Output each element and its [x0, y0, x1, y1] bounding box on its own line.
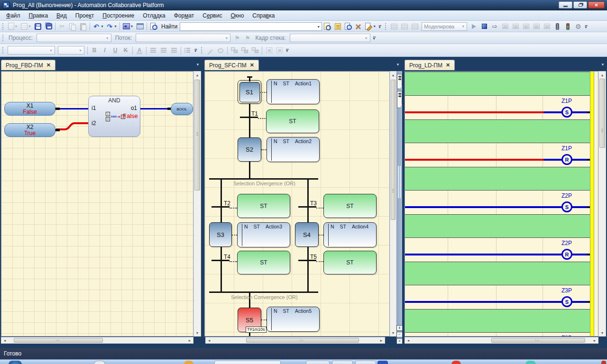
scrollbar-thumb[interactable] — [246, 338, 359, 343]
menu-item-проект[interactable]: Проект — [71, 11, 99, 20]
toolbar-overflow-icon[interactable]: ••▾ — [285, 46, 290, 55]
undo-button[interactable]: ↶▼ — [92, 22, 105, 31]
navigate-backward-button[interactable]: ▼ — [121, 22, 135, 31]
ld-coil-reset[interactable]: R — [561, 249, 572, 260]
edit-script-button[interactable]: ▼ — [364, 22, 377, 31]
toolbar-grip[interactable] — [2, 34, 4, 42]
step-button[interactable]: ⇨ — [489, 22, 500, 31]
taskbar-window-button[interactable] — [355, 361, 376, 364]
search-document-button[interactable] — [343, 22, 353, 31]
sfc-step-s3[interactable]: S3 — [209, 222, 232, 247]
scroll-right-icon[interactable]: ► — [186, 337, 193, 343]
scrollbar-thumb[interactable] — [194, 80, 200, 191]
menu-item-правка[interactable]: Правка — [25, 11, 53, 20]
ld-coil-set[interactable]: S — [561, 296, 572, 307]
tab-list-dropdown-icon[interactable]: ▼ — [601, 63, 605, 67]
toolbar-grip[interactable] — [201, 46, 203, 54]
taskbar-icon[interactable] — [451, 361, 461, 364]
scroll-left-icon[interactable]: ◄ — [1, 337, 8, 343]
ld-wire-left[interactable] — [405, 206, 543, 208]
pen-tool-button[interactable] — [205, 46, 215, 55]
sfc-collapse-all-button[interactable]: « — [396, 338, 403, 344]
sfc-canvas[interactable]: S1 S2 S3 S4 S5 T#1m10s NSTAction1 NSTAct… — [204, 71, 390, 337]
ld-canvas[interactable]: Z1PSZ1PRZ2PSZ2PRZ3PSZ3P — [405, 71, 598, 337]
stack-frame-combo[interactable]: ▼ — [290, 34, 370, 42]
fbd-canvas[interactable]: X1 False X2 True AND i1 i2 o1 1 0 — [1, 71, 193, 337]
font-family-combo[interactable]: ▼ — [8, 46, 55, 55]
redo-button[interactable]: ↷▼ — [105, 22, 118, 31]
italic-button[interactable]: I — [100, 46, 110, 55]
view-window-button[interactable] — [135, 22, 145, 31]
scroll-left-icon[interactable]: ◄ — [206, 337, 212, 343]
ld-coil-set[interactable]: S — [561, 107, 572, 118]
menu-item-отладка[interactable]: Отладка — [138, 11, 169, 20]
scroll-up-icon[interactable]: ▲ — [599, 72, 606, 78]
fbd-variable-x1[interactable]: X1 False — [4, 102, 55, 116]
traffic-light-button[interactable] — [562, 22, 573, 31]
taskbar-icon[interactable] — [377, 361, 388, 364]
fbd-output-bool[interactable]: BOOL — [171, 103, 193, 115]
tab-close-icon[interactable]: ✕ — [446, 62, 450, 68]
ld-rung[interactable]: Z3PS — [405, 285, 590, 309]
ld-rung[interactable]: Z3P — [405, 333, 590, 337]
sfc-zoom-button[interactable]: ‖ — [396, 325, 403, 331]
ld-wire-left[interactable] — [405, 159, 543, 161]
thread-combo[interactable]: ▼ — [136, 34, 230, 42]
cancel-build-button[interactable] — [410, 22, 420, 31]
sfc-step-s2[interactable]: S2 — [238, 137, 261, 162]
list-button[interactable] — [183, 46, 193, 55]
tab-prog-fbd[interactable]: Prog_FBD-ПМ ✕ — [1, 60, 55, 70]
pin-i2[interactable]: i2 — [92, 120, 96, 127]
scroll-up-icon[interactable]: ▲ — [194, 72, 201, 78]
save-button[interactable] — [33, 22, 43, 31]
sfc-horizontal-scrollbar[interactable]: ◄ ► — [205, 337, 385, 344]
taskbar-icon[interactable] — [525, 361, 536, 364]
sfc-action-block-4[interactable]: NSTAction4 — [323, 222, 377, 247]
toolbar-grip[interactable] — [2, 23, 4, 30]
menu-item-построение[interactable]: Построение — [98, 11, 138, 20]
sfc-divergence-tool-icon[interactable] — [397, 74, 402, 89]
sfc-action-block-3[interactable]: NSTAction3 — [237, 222, 290, 247]
snap-to-grid-button[interactable] — [264, 46, 274, 55]
copy-button[interactable] — [67, 22, 78, 31]
fbd-variable-x2[interactable]: X2 True — [4, 123, 55, 137]
scrollbar-thumb[interactable] — [391, 80, 395, 220]
new-table-button[interactable]: ▼ — [19, 22, 33, 31]
fbd-wire-x1-i1[interactable] — [60, 108, 88, 109]
tab-prog-sfc[interactable]: Prog_SFC-ПМ ✕ — [204, 60, 259, 70]
menu-item-окно[interactable]: Окно — [226, 11, 248, 20]
tab-list-dropdown-icon[interactable]: ▼ — [196, 63, 200, 67]
tab-list-dropdown-icon[interactable]: ▼ — [396, 63, 400, 67]
restore-button[interactable] — [573, 1, 587, 9]
windows-taskbar[interactable] — [0, 359, 607, 364]
toolbar-grip[interactable] — [2, 46, 4, 54]
sfc-collapse-button[interactable]: − — [396, 332, 403, 337]
scroll-up-icon[interactable]: ▲ — [390, 72, 396, 78]
toolbar-overflow-icon[interactable]: ••▾ — [377, 22, 383, 31]
tab-close-icon[interactable]: ✕ — [46, 62, 51, 68]
scrollbar-thumb[interactable] — [491, 338, 585, 343]
ld-rung[interactable]: Z1PS — [405, 96, 590, 119]
taskbar-window-button[interactable] — [332, 361, 353, 364]
tools-button[interactable] — [353, 22, 364, 31]
menu-item-файл[interactable]: Файл — [2, 11, 25, 20]
scroll-down-icon[interactable]: ▼ — [390, 329, 396, 336]
ld-wire-left[interactable] — [405, 111, 543, 113]
toolbar-grip[interactable] — [385, 23, 387, 30]
sfc-transition-condition-t5[interactable]: ST — [323, 251, 377, 274]
menu-item-справка[interactable]: Справка — [248, 11, 279, 20]
align-center-button[interactable] — [158, 46, 169, 55]
find-input[interactable] — [180, 22, 322, 31]
step-over-button[interactable] — [510, 22, 521, 31]
new-item-button[interactable]: ▼ — [6, 22, 19, 31]
task-list-button[interactable] — [332, 22, 343, 31]
scrollbar-thumb[interactable] — [599, 79, 605, 148]
pane-splitter[interactable] — [398, 166, 401, 198]
tab-close-icon[interactable]: ✕ — [250, 62, 254, 68]
build-button[interactable] — [389, 22, 399, 31]
debug-settings-button[interactable]: ⚙ — [573, 22, 583, 31]
send-to-back-button[interactable] — [239, 46, 250, 55]
cut-button[interactable]: ✂ — [57, 22, 67, 31]
ld-rung[interactable]: Z1PR — [405, 143, 590, 167]
scroll-right-icon[interactable]: ► — [591, 337, 598, 343]
